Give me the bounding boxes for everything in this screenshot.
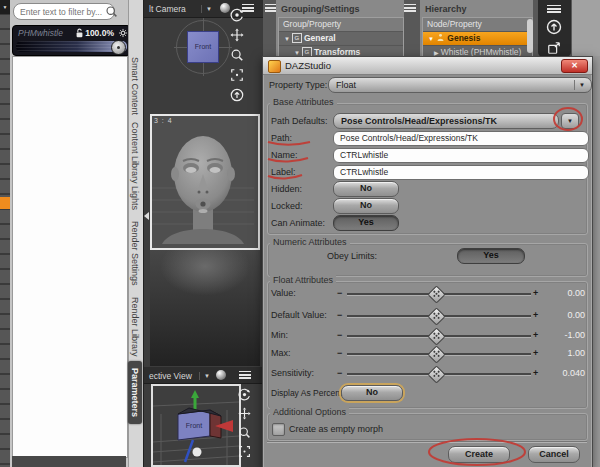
path-defaults-arrow-button[interactable]: ▼ xyxy=(561,113,579,129)
perspective-drawstyle-sphere-icon[interactable] xyxy=(216,370,226,380)
create-empty-morph-label: Create as empty morph xyxy=(289,424,383,434)
max-slider-label: Max: xyxy=(271,348,291,358)
dropdown-arrow-icon[interactable]: ▼ xyxy=(574,80,589,90)
perspective-viewport[interactable]: Front xyxy=(151,384,241,467)
gear-icon[interactable] xyxy=(118,28,128,38)
tab-parameters[interactable]: Parameters xyxy=(128,361,142,424)
genesis-head-render xyxy=(152,116,254,244)
can-animate-toggle-button[interactable]: Yes xyxy=(333,215,399,231)
slider-minus[interactable]: − xyxy=(337,330,342,340)
parameter-slider-track[interactable] xyxy=(16,41,127,52)
create-empty-morph-checkbox[interactable] xyxy=(272,423,285,436)
path-defaults-dropdown[interactable]: Pose Controls/Head/Expressions/TK xyxy=(333,113,559,129)
orbit-camera-icon[interactable] xyxy=(230,8,244,22)
orbit-camera-icon[interactable] xyxy=(238,388,251,401)
slider-plus[interactable]: + xyxy=(533,348,538,358)
locked-toggle-button[interactable]: No xyxy=(333,198,399,214)
slider-minus[interactable]: − xyxy=(337,310,342,320)
drawstyle-sphere-icon[interactable] xyxy=(220,3,230,13)
parameters-content-area[interactable] xyxy=(12,56,128,458)
cancel-button[interactable]: Cancel xyxy=(528,446,580,463)
group-icon: G xyxy=(292,33,302,43)
parameters-footer-bar xyxy=(12,456,126,467)
zoom-camera-icon[interactable] xyxy=(238,426,251,439)
slider-minus[interactable]: − xyxy=(337,368,342,378)
parameter-slider-knob[interactable] xyxy=(111,40,126,55)
perspective-view-selector[interactable]: ective View xyxy=(149,371,192,381)
locked-label: Locked: xyxy=(271,201,303,211)
svg-text:Front: Front xyxy=(186,422,202,429)
hierarchy-pane-menu-icon[interactable] xyxy=(404,4,416,12)
display-as-percent-toggle-button[interactable]: No xyxy=(341,385,403,401)
tab-render-library[interactable]: Render Library xyxy=(130,297,140,357)
parameter-value: 100.0% xyxy=(85,28,114,38)
create-button[interactable]: Create xyxy=(448,446,510,463)
grouping-column-header[interactable]: Group/Property xyxy=(279,18,403,32)
tree-row-genesis[interactable]: ▼ Genesis xyxy=(423,32,532,46)
base-attributes-label: Base Attributes xyxy=(270,97,337,107)
tree-row-general[interactable]: ▼GGeneral xyxy=(279,32,403,46)
tab-smart-content[interactable]: Smart Content xyxy=(130,57,140,115)
sensitivity-readout: 0.040 xyxy=(543,368,585,378)
daz-app-icon xyxy=(268,60,281,73)
close-button[interactable]: ✕ xyxy=(561,59,588,73)
pane-collapse-arrow-icon[interactable] xyxy=(144,212,149,220)
numeric-attributes-group xyxy=(267,243,588,277)
left-rail-list[interactable] xyxy=(0,0,10,467)
hidden-toggle-button[interactable]: No xyxy=(333,181,399,197)
viewport-column: lt Camera ▼ Front 3 : 4 xyxy=(143,0,264,467)
panel-margin xyxy=(572,0,600,56)
view-cube[interactable]: Front xyxy=(187,31,219,63)
default-value-readout: 0.00 xyxy=(543,310,585,320)
hierarchy-tree: Node/Property ▼ Genesis ▶Whistle (PHMwhi… xyxy=(422,17,533,58)
obey-limits-label: Obey Limits: xyxy=(327,251,377,261)
aim-camera-icon[interactable] xyxy=(230,88,244,102)
daz-studio-app: ▼ PHMwhistle 100.0% Smart Content Conten… xyxy=(0,0,600,467)
filter-input[interactable] xyxy=(13,3,115,20)
aim-target-icon[interactable] xyxy=(546,19,562,35)
label-field[interactable]: CTRLwhistle xyxy=(333,165,589,180)
frame-camera-icon[interactable] xyxy=(238,445,251,458)
sensitivity-slider-label: Sensitivity: xyxy=(271,368,314,378)
tab-lights[interactable]: Lights xyxy=(130,186,140,210)
slider-plus[interactable]: + xyxy=(533,288,538,298)
zoom-camera-icon[interactable] xyxy=(230,48,244,62)
slider-plus[interactable]: + xyxy=(533,310,538,320)
frame-camera-icon[interactable] xyxy=(230,68,244,82)
toolbar-menu-icon[interactable] xyxy=(547,5,561,14)
perspective-menu-icon[interactable] xyxy=(239,371,251,379)
slider-minus[interactable]: − xyxy=(337,288,342,298)
obey-limits-toggle-button[interactable]: Yes xyxy=(457,248,525,264)
slider-plus[interactable]: + xyxy=(533,368,538,378)
caret-down-icon[interactable]: ▼ xyxy=(282,36,292,42)
name-field[interactable]: CTRLwhistle xyxy=(333,148,589,163)
tab-render-settings[interactable]: Render Settings xyxy=(130,221,140,286)
camera-selector[interactable]: lt Camera xyxy=(149,4,186,14)
pan-camera-icon[interactable] xyxy=(230,28,244,42)
max-readout: 1.00 xyxy=(543,348,585,358)
slider-minus[interactable]: − xyxy=(337,348,342,358)
property-type-dropdown[interactable]: Float ▼ xyxy=(328,77,592,93)
dialog-titlebar[interactable]: DAZStudio ✕ xyxy=(263,57,592,75)
rail-collapse-button[interactable]: ▼ xyxy=(0,0,10,14)
perspective-dropdown-arrow-icon[interactable]: ▼ xyxy=(199,372,210,380)
popout-icon[interactable] xyxy=(547,41,561,55)
tab-content-library[interactable]: Content Library xyxy=(130,122,140,184)
hierarchy-scrollbar[interactable] xyxy=(527,19,533,53)
pan-camera-icon[interactable] xyxy=(238,407,251,420)
min-readout: -1.00 xyxy=(543,330,585,340)
grouping-tree: Group/Property ▼GGeneral ▼GTransforms xyxy=(278,17,404,58)
phm-whistle-slider[interactable]: PHMwhistle 100.0% xyxy=(12,25,131,56)
rail-selected-row[interactable] xyxy=(0,197,10,209)
caret-down-icon[interactable]: ▼ xyxy=(426,36,436,42)
perspective-header-bar: ective View ▼ xyxy=(144,367,264,384)
hierarchy-column-header[interactable]: Node/Property xyxy=(423,18,532,32)
parameters-pane: PHMwhistle 100.0% xyxy=(10,0,128,467)
camera-dropdown-arrow-icon[interactable]: ▼ xyxy=(201,5,212,13)
path-field[interactable]: Pose Controls/Head/Expressions/TK xyxy=(333,131,589,146)
hierarchy-panel: Hierarchy Node/Property ▼ Genesis ▶Whist… xyxy=(420,0,533,56)
unlock-icon[interactable] xyxy=(75,28,84,38)
aspect-frame-viewport[interactable]: 3 : 4 xyxy=(150,114,260,250)
slider-plus[interactable]: + xyxy=(533,330,538,340)
numeric-attributes-label: Numeric Attributes xyxy=(270,237,350,247)
